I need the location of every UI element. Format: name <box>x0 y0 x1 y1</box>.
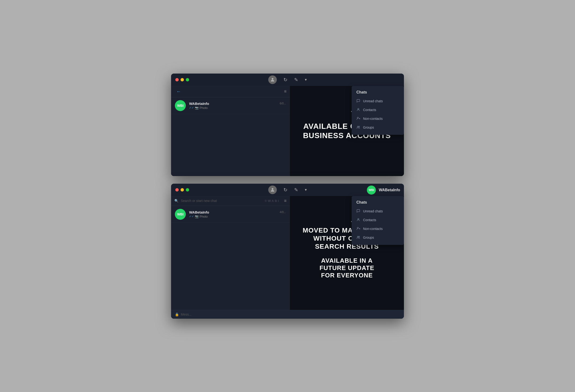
compose-icon-1[interactable]: ✎ <box>294 77 298 83</box>
chat-time-2: 4/0... <box>280 211 286 214</box>
contacts-icon-2 <box>356 218 360 222</box>
contacts-icon-1 <box>356 108 360 112</box>
compose-icon-2[interactable]: ✎ <box>294 187 298 193</box>
title-bar-2: ↻ ✎ ▾ WBI WABetaInfo <box>171 184 404 196</box>
traffic-lights-2 <box>175 188 189 192</box>
refresh-icon-1[interactable]: ↻ <box>284 77 288 83</box>
svg-point-12 <box>358 218 359 219</box>
content-area-1: ← ≡ WBI WABetaInfo 6/0... <box>171 86 404 176</box>
chat-time-1: 6/0... <box>280 102 286 105</box>
ann-line-5: FUTURE UPDATE <box>320 264 374 272</box>
dropdown-item-groups-2[interactable]: Groups <box>352 233 404 242</box>
dropdown-menu-2: Chats Unread chats Contacts <box>352 196 404 245</box>
back-button-1[interactable]: ← <box>174 88 183 95</box>
traffic-lights-1 <box>175 78 189 81</box>
filter-icon-2[interactable]: ≡ <box>284 198 287 203</box>
dropdown-title-2: Chats <box>352 199 404 207</box>
camera-icon-1: 📷 <box>195 106 199 110</box>
svg-point-3 <box>358 108 359 109</box>
noncontacts-icon-1 <box>356 116 360 121</box>
content-area-2: 🔍 Search or start new chat ©WABI ≡ WBI W… <box>171 196 404 310</box>
window-1: ↻ ✎ ▾ ← ≡ WBI <box>171 74 404 176</box>
green-light[interactable] <box>186 78 189 81</box>
right-name: WABetaInfo <box>379 188 400 192</box>
dropdown-item-noncontacts-2[interactable]: Non-contacts <box>352 224 404 233</box>
ann-line-4: AVAILABLE IN A <box>320 257 374 264</box>
svg-point-8 <box>359 126 359 127</box>
ann-line-6: FOR EVERYONE <box>320 272 374 279</box>
filter-icon-1[interactable]: ≡ <box>284 89 287 94</box>
announcement-2b: AVAILABLE IN A FUTURE UPDATE FOR EVERYON… <box>320 257 374 279</box>
blue-tick-2: ✓✓ <box>189 215 194 218</box>
chat-info-1: WABetaInfo 6/0... ✓✓ 📷 Photo <box>189 102 286 110</box>
unread-label-1: Unread chats <box>363 99 383 103</box>
message-placeholder[interactable]: Mess... <box>181 312 192 316</box>
chat-item-2[interactable]: WBI WABetaInfo 4/0... ✓✓ 📷 Photo <box>171 206 290 223</box>
wbi-avatar-2: WBI <box>175 209 186 220</box>
groups-icon-2 <box>356 235 360 240</box>
yellow-light-2[interactable] <box>181 188 184 192</box>
left-panel-2: 🔍 Search or start new chat ©WABI ≡ WBI W… <box>171 196 290 310</box>
window-2: ↻ ✎ ▾ WBI WABetaInfo 🔍 Search or start n… <box>171 184 404 319</box>
chat-name-1: WABetaInfo <box>189 102 209 106</box>
unread-icon-1 <box>356 99 360 104</box>
right-contact-info: WBI WABetaInfo <box>367 186 404 195</box>
title-bar-center-1: ↻ ✎ ▾ <box>268 75 307 84</box>
chat-name-2: WABetaInfo <box>189 210 209 214</box>
svg-point-9 <box>272 188 273 190</box>
dropdown-item-noncontacts-1[interactable]: Non-contacts <box>352 114 404 123</box>
message-bar: 🔒 Mess... <box>171 310 404 319</box>
svg-point-16 <box>357 236 358 237</box>
chat-item-1[interactable]: WBI WABetaInfo 6/0... ✓✓ 📷 Photo <box>171 97 290 114</box>
profile-avatar-1[interactable] <box>268 75 277 84</box>
dropdown-item-unread-1[interactable]: Unread chats <box>352 97 404 106</box>
chat-info-2: WABetaInfo 4/0... ✓✓ 📷 Photo <box>189 210 286 218</box>
green-light-2[interactable] <box>186 188 189 192</box>
dropdown-item-contacts-2[interactable]: Contacts <box>352 216 404 224</box>
watermark-2: ©WABI <box>265 199 280 203</box>
chat-preview-2: ✓✓ 📷 Photo <box>189 215 286 218</box>
noncontacts-icon-2 <box>356 227 360 231</box>
refresh-icon-2[interactable]: ↻ <box>284 187 288 193</box>
lock-icon: 🔒 <box>175 312 179 316</box>
svg-point-0 <box>272 78 273 80</box>
search-placeholder-2[interactable]: Search or start new chat <box>181 199 217 203</box>
dropdown-menu-1: Chats Unread chats Contacts <box>352 86 404 135</box>
contacts-label-2: Contacts <box>363 218 376 222</box>
search-icon-2: 🔍 <box>174 199 178 203</box>
noncontacts-label-2: Non-contacts <box>363 227 383 231</box>
red-light-2[interactable] <box>175 188 179 192</box>
chevron-down-icon-1[interactable]: ▾ <box>305 77 307 82</box>
chevron-down-icon-2[interactable]: ▾ <box>305 187 307 192</box>
camera-icon-2: 📷 <box>195 215 199 218</box>
groups-icon-1 <box>356 125 360 130</box>
svg-point-4 <box>357 117 358 118</box>
dropdown-item-unread-2[interactable]: Unread chats <box>352 207 404 216</box>
wbi-avatar-1: WBI <box>175 100 186 111</box>
dropdown-item-contacts-1[interactable]: Contacts <box>352 106 404 114</box>
search-bar-1: ← ≡ <box>171 86 290 97</box>
title-bar-center-2: ↻ ✎ ▾ <box>268 186 307 194</box>
search-bar-2: 🔍 Search or start new chat ©WABI ≡ <box>171 196 290 206</box>
noncontacts-label-1: Non-contacts <box>363 117 383 121</box>
right-avatar: WBI <box>367 186 376 195</box>
unread-icon-2 <box>356 209 360 214</box>
page-wrapper: ↻ ✎ ▾ ← ≡ WBI <box>171 74 404 319</box>
svg-point-17 <box>359 236 359 237</box>
dropdown-title-1: Chats <box>352 89 404 97</box>
red-light[interactable] <box>175 78 179 81</box>
left-panel-1: ← ≡ WBI WABetaInfo 6/0... <box>171 86 290 176</box>
yellow-light[interactable] <box>181 78 184 81</box>
svg-point-7 <box>357 126 358 127</box>
blue-tick-1: ✓✓ <box>189 106 194 109</box>
groups-label-2: Groups <box>363 236 374 240</box>
title-bar-1: ↻ ✎ ▾ <box>171 74 404 86</box>
svg-point-13 <box>357 227 358 228</box>
groups-label-1: Groups <box>363 126 374 129</box>
dropdown-item-groups-1[interactable]: Groups <box>352 123 404 132</box>
chat-preview-1: ✓✓ 📷 Photo <box>189 106 286 110</box>
contacts-label-1: Contacts <box>363 108 376 112</box>
unread-label-2: Unread chats <box>363 209 383 213</box>
profile-avatar-2[interactable] <box>268 186 277 194</box>
